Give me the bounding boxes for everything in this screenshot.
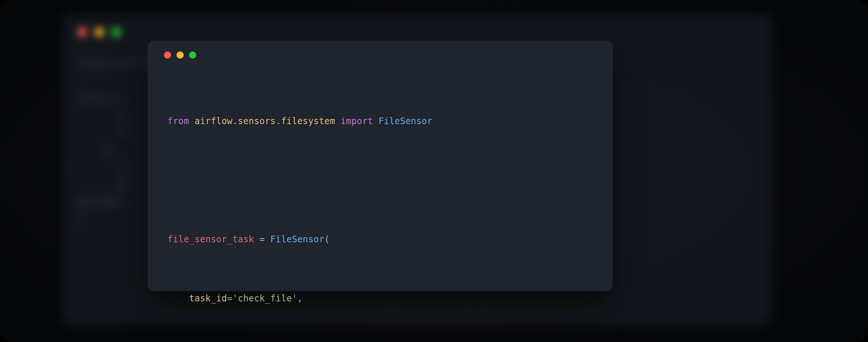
stage: from airflow... file_s... t... f... p...… [0,0,868,342]
code-area[interactable]: from airflow.sensors.filesystem import F… [148,69,613,342]
close-icon[interactable] [164,51,171,59]
minimize-icon[interactable] [176,51,184,59]
background-titlebar [78,27,121,37]
window-titlebar [148,41,613,69]
code-line [168,173,593,188]
code-window: from airflow.sensors.filesystem import F… [148,41,613,291]
zoom-icon[interactable] [189,51,196,59]
code-line: from airflow.sensors.filesystem import F… [168,114,593,129]
bg-minimize-icon [94,27,104,37]
code-line: file_sensor_task = FileSensor( [168,232,593,247]
code-line: task_id='check_file', [168,291,593,306]
code-block: from airflow.sensors.filesystem import F… [168,69,593,342]
bg-zoom-icon [111,27,121,37]
bg-close-icon [78,27,87,37]
